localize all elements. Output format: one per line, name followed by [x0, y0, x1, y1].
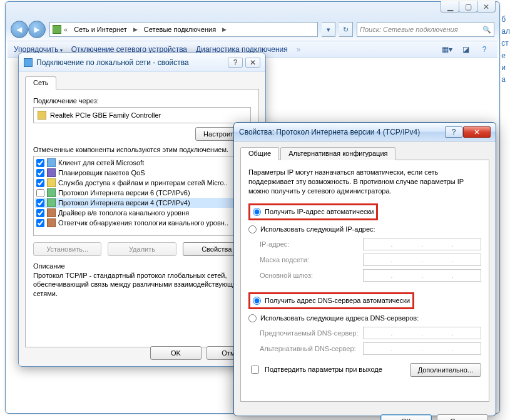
component-checkbox[interactable]	[36, 199, 44, 207]
connect-via-label: Подключение через:	[33, 97, 251, 105]
component-item[interactable]: Протокол Интернета версии 6 (TCP/IPv6)	[35, 188, 249, 198]
validate-on-exit-input[interactable]	[251, 366, 259, 374]
ipv4-properties-dialog: Свойства: Протокол Интернета версии 4 (T…	[233, 122, 496, 416]
nav-row: ◄ ► « Сеть и Интернет ▶ Сетевые подключе…	[11, 21, 494, 38]
component-item[interactable]: Планировщик пакетов QoS	[35, 168, 249, 178]
preferred-dns-label: Предпочитаемый DNS-сервер:	[260, 329, 363, 337]
components-caption: Отмеченные компоненты используются этим …	[33, 146, 251, 153]
alternate-dns-label: Альтернативный DNS-сервер:	[260, 345, 363, 352]
radio-ip-auto[interactable]: Получить IP-адрес автоматически	[253, 207, 374, 217]
dialog-close-button[interactable]: ✕	[245, 58, 260, 68]
search-placeholder: Поиск: Сетевые подключения	[360, 26, 458, 33]
breadcrumb-2[interactable]: Сетевые подключения	[140, 24, 220, 34]
component-checkbox[interactable]	[36, 159, 44, 167]
chevron-right-icon[interactable]: ▶	[222, 26, 227, 33]
network-icon	[53, 25, 61, 34]
dialog-titlebar[interactable]: Подключение по локальной сети - свойства…	[19, 53, 265, 72]
component-checkbox[interactable]	[36, 209, 44, 217]
component-item[interactable]: Служба доступа к файлам и принтерам сете…	[35, 178, 249, 188]
component-list[interactable]: Клиент для сетей MicrosoftПланировщик па…	[33, 156, 251, 236]
highlight-dns-auto: Получить адрес DNS-сервера автоматически	[248, 292, 414, 309]
adapter-icon	[38, 111, 46, 120]
dialog-help-button[interactable]: ?	[445, 126, 462, 138]
dialog-help-button[interactable]: ?	[228, 58, 243, 68]
radio-ip-auto-input[interactable]	[253, 208, 261, 216]
radio-dns-manual[interactable]: Использовать следующие адреса DNS-сервер…	[248, 313, 481, 324]
ip-address-label: IP-адрес:	[260, 240, 363, 248]
component-label: Служба доступа к файлам и принтерам сете…	[58, 179, 228, 187]
proto-icon	[47, 198, 56, 207]
tab-network[interactable]: Сеть	[25, 76, 56, 90]
highlight-ip-auto: Получить IP-адрес автоматически	[248, 203, 378, 220]
cancel-button[interactable]: Отмена	[437, 414, 488, 420]
radio-ip-manual-input[interactable]	[248, 225, 257, 233]
ip-address-field: ...	[363, 238, 481, 250]
connection-properties-dialog: Подключение по локальной сети - свойства…	[18, 53, 266, 367]
advanced-button[interactable]: Дополнительно...	[410, 363, 481, 377]
description-text: Протокол TCP/IP - стандартный протокол г…	[33, 271, 251, 298]
uninstall-button[interactable]: Удалить	[108, 242, 176, 256]
component-label: Планировщик пакетов QoS	[58, 169, 145, 177]
component-checkbox[interactable]	[36, 219, 44, 227]
address-dropdown-button[interactable]: ▾	[322, 22, 335, 37]
breadcrumb-1[interactable]: Сеть и Интернет	[70, 24, 131, 34]
preferred-dns-field: ...	[363, 327, 481, 339]
gateway-field: ...	[363, 269, 481, 282]
tabstrip: Общие Альтернативная конфигурация	[240, 146, 489, 160]
tab-alternative[interactable]: Альтернативная конфигурация	[280, 147, 395, 160]
intro-text: Параметры IP могут назначаться автоматич…	[248, 168, 481, 196]
dialog-titlebar[interactable]: Свойства: Протокол Интернета версии 4 (T…	[234, 123, 496, 141]
drv-icon	[47, 208, 56, 217]
tab-general[interactable]: Общие	[240, 147, 279, 160]
install-button[interactable]: Установить...	[33, 242, 101, 256]
adapter-box[interactable]: Realtek PCIe GBE Family Controller	[33, 107, 251, 123]
component-checkbox[interactable]	[36, 179, 44, 187]
help-button[interactable]: ?	[477, 43, 491, 56]
component-checkbox[interactable]	[36, 169, 44, 177]
address-overflow-icon[interactable]: «	[64, 26, 68, 33]
subnet-mask-label: Маска подсети:	[260, 256, 363, 264]
nav-back-button[interactable]: ◄	[11, 21, 28, 38]
share-icon	[47, 178, 56, 187]
component-item[interactable]: Клиент для сетей Microsoft	[35, 158, 249, 168]
minimize-button[interactable]: ▁	[441, 1, 459, 13]
refresh-button[interactable]: ↻	[339, 22, 353, 37]
background-cropped-text: балстеиа	[501, 14, 510, 86]
alternate-dns-field: ...	[363, 342, 481, 355]
radio-dns-auto[interactable]: Получить адрес DNS-сервера автоматически	[253, 295, 410, 306]
radio-dns-auto-input[interactable]	[253, 297, 261, 305]
component-label: Драйвер в/в тополога канального уровня	[58, 209, 189, 217]
proto-icon	[47, 188, 56, 197]
dialog-close-button[interactable]: ✕	[463, 126, 491, 138]
sched-icon	[47, 168, 56, 177]
nav-forward-button[interactable]: ►	[28, 21, 46, 38]
dialog-title: Подключение по локальной сети - свойства	[36, 58, 189, 67]
radio-dns-manual-input[interactable]	[248, 314, 257, 322]
component-label: Протокол Интернета версии 4 (TCP/IPv4)	[58, 199, 190, 207]
component-item[interactable]: Протокол Интернета версии 4 (TCP/IPv4)	[35, 198, 249, 208]
client-icon	[47, 158, 56, 167]
search-input[interactable]: Поиск: Сетевые подключения 🔍	[357, 22, 494, 37]
chevron-right-icon[interactable]: ▶	[133, 26, 138, 33]
adapter-name: Realtek PCIe GBE Family Controller	[50, 111, 161, 119]
ok-button[interactable]: OK	[380, 414, 432, 420]
component-item[interactable]: Драйвер в/в тополога канального уровня	[35, 208, 249, 218]
network-adapter-icon	[24, 58, 33, 67]
view-mode-button[interactable]: ▦▾	[440, 43, 454, 56]
maximize-button[interactable]: ▢	[459, 1, 477, 13]
component-checkbox[interactable]	[36, 189, 44, 197]
address-bar[interactable]: « Сеть и Интернет ▶ Сетевые подключения …	[49, 22, 318, 37]
radio-ip-manual[interactable]: Использовать следующий IP-адрес:	[248, 224, 481, 235]
component-label: Протокол Интернета версии 6 (TCP/IPv6)	[58, 189, 190, 197]
preview-pane-button[interactable]: ◪	[459, 43, 472, 56]
search-icon: 🔍	[482, 26, 491, 34]
window-controls: ▁ ▢ ✕	[441, 1, 496, 13]
tabstrip: Сеть	[25, 76, 259, 90]
component-item[interactable]: Ответчик обнаружения топологии канальног…	[35, 218, 249, 228]
description-heading: Описание	[33, 262, 251, 270]
ok-button[interactable]: OK	[150, 346, 201, 360]
close-button[interactable]: ✕	[477, 1, 496, 13]
drv-icon	[47, 218, 56, 227]
component-label: Ответчик обнаружения топологии канальног…	[58, 219, 228, 227]
gateway-label: Основной шлюз:	[260, 272, 363, 279]
